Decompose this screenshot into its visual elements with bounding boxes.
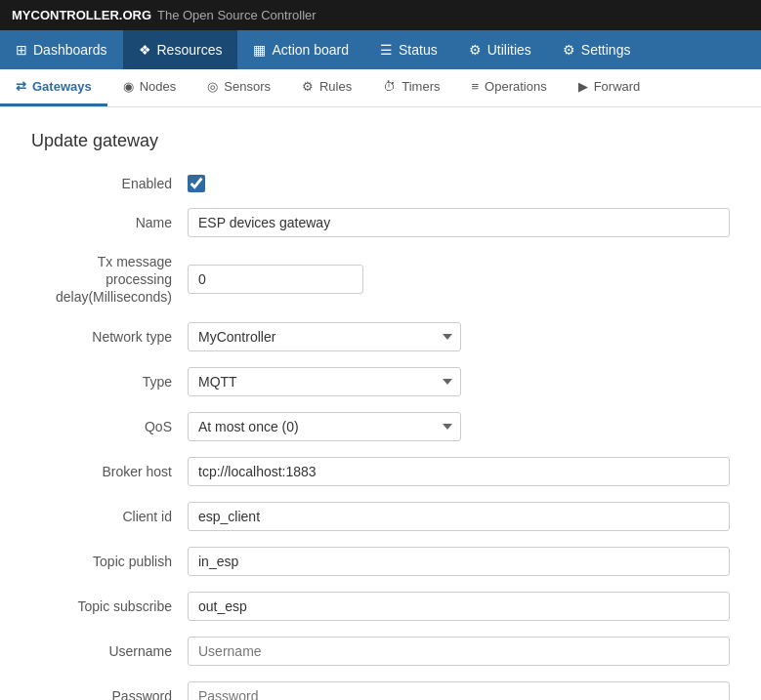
network-type-select[interactable]: MyController MySensors [188, 322, 461, 351]
tx-row: Tx message processing delay(Milliseconds… [31, 253, 730, 307]
client-id-row: Client id [31, 502, 730, 531]
forward-tab-icon: ▶ [578, 79, 588, 94]
type-select[interactable]: MQTT Serial Ethernet [188, 367, 461, 396]
rules-tab-icon: ⚙ [302, 79, 314, 94]
settings-icon: ⚙ [563, 42, 575, 58]
qos-row: QoS At most once (0) At least once (1) E… [31, 412, 730, 441]
broker-host-row: Broker host [31, 457, 730, 486]
password-input[interactable] [188, 681, 730, 700]
name-input[interactable] [188, 208, 730, 237]
nav-utilities[interactable]: ⚙ Utilities [453, 30, 547, 69]
name-label: Name [31, 215, 188, 230]
topic-subscribe-label: Topic subscribe [31, 598, 188, 614]
action-board-icon: ▦ [253, 42, 266, 58]
qos-label: QoS [31, 419, 188, 434]
utilities-icon: ⚙ [469, 42, 482, 58]
dashboards-icon: ⊞ [16, 42, 27, 58]
type-label: Type [31, 374, 188, 390]
username-input[interactable] [188, 637, 730, 666]
topic-subscribe-input[interactable] [188, 592, 730, 621]
tab-rules[interactable]: ⚙ Rules [286, 69, 367, 106]
broker-host-label: Broker host [31, 464, 188, 479]
operations-tab-icon: ≡ [471, 79, 479, 94]
tab-timers[interactable]: ⏱ Timers [367, 69, 455, 106]
enabled-row: Enabled [31, 175, 730, 192]
topbar: MYCONTROLLER.ORG The Open Source Control… [0, 0, 761, 30]
tab-sensors[interactable]: ◎ Sensors [191, 69, 286, 106]
gateways-tab-icon: ⇄ [16, 79, 26, 94]
password-row: Password [31, 681, 730, 700]
qos-select[interactable]: At most once (0) At least once (1) Exact… [188, 412, 461, 441]
nav-status[interactable]: ☰ Status [364, 30, 453, 69]
nav-resources[interactable]: ❖ Resources [123, 30, 238, 69]
type-row: Type MQTT Serial Ethernet [31, 367, 730, 396]
enabled-label: Enabled [31, 176, 188, 191]
nav-dashboards[interactable]: ⊞ Dashboards [0, 30, 123, 69]
nodes-tab-icon: ◉ [123, 79, 134, 94]
tab-forward[interactable]: ▶ Forward [563, 69, 656, 106]
username-label: Username [31, 643, 188, 659]
client-id-label: Client id [31, 509, 188, 524]
password-label: Password [31, 688, 188, 700]
topic-subscribe-row: Topic subscribe [31, 592, 730, 621]
network-type-row: Network type MyController MySensors [31, 322, 730, 351]
topic-publish-row: Topic publish [31, 547, 730, 576]
brand: MYCONTROLLER.ORG [12, 8, 151, 22]
nav-action-board[interactable]: ▦ Action board [237, 30, 364, 69]
page-title: Update gateway [31, 131, 730, 151]
network-type-label: Network type [31, 329, 188, 345]
tab-operations[interactable]: ≡ Operations [455, 69, 562, 106]
broker-host-input[interactable] [188, 457, 730, 486]
tab-bar: ⇄ Gateways ◉ Nodes ◎ Sensors ⚙ Rules ⏱ T… [0, 69, 761, 107]
main-content: Update gateway Enabled Name Tx message p… [0, 107, 761, 700]
tab-gateways[interactable]: ⇄ Gateways [0, 69, 107, 106]
nav-settings[interactable]: ⚙ Settings [547, 30, 647, 69]
tx-input[interactable] [188, 265, 363, 294]
timers-tab-icon: ⏱ [383, 79, 396, 94]
enabled-checkbox[interactable] [188, 175, 205, 192]
resources-icon: ❖ [139, 42, 151, 58]
tx-label: Tx message processing delay(Milliseconds… [31, 253, 188, 307]
navbar: ⊞ Dashboards ❖ Resources ▦ Action board … [0, 30, 761, 69]
name-row: Name [31, 208, 730, 237]
tab-nodes[interactable]: ◉ Nodes [107, 69, 192, 106]
username-row: Username [31, 637, 730, 666]
status-icon: ☰ [380, 42, 393, 58]
topic-publish-label: Topic publish [31, 554, 188, 569]
tagline: The Open Source Controller [157, 8, 317, 22]
client-id-input[interactable] [188, 502, 730, 531]
topic-publish-input[interactable] [188, 547, 730, 576]
sensors-tab-icon: ◎ [207, 79, 218, 94]
